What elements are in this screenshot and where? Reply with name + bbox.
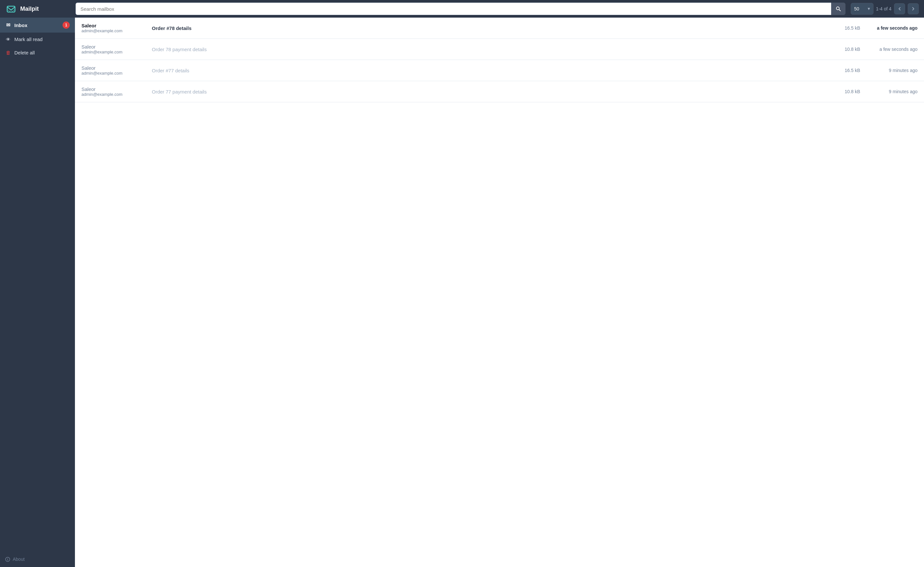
email-row[interactable]: Saleor admin@example.com Order 78 paymen…: [75, 39, 924, 60]
subject: Order #77 details: [152, 68, 189, 74]
sidebar-item-delete-all-label: Delete all: [14, 50, 35, 56]
email-row[interactable]: Saleor admin@example.com Order 77 paymen…: [75, 81, 924, 102]
next-page-button[interactable]: [908, 3, 919, 14]
sidebar-item-delete-all[interactable]: 🗑 Delete all: [0, 46, 75, 59]
search-icon: [836, 6, 841, 11]
chevron-right-icon: [911, 7, 915, 11]
subject-col: Order #77 details: [152, 68, 822, 74]
subject-col: Order 78 payment details: [152, 46, 822, 52]
sender-email: admin@example.com: [81, 28, 147, 33]
logo-area: Mailpit: [5, 3, 70, 15]
info-icon: [5, 557, 10, 562]
email-time: a few seconds ago: [877, 26, 918, 31]
main-layout: ✉ Inbox 1 👁 Mark all read 🗑 Delete all A…: [0, 18, 924, 567]
about-label: About: [13, 556, 25, 562]
sidebar: ✉ Inbox 1 👁 Mark all read 🗑 Delete all A…: [0, 18, 75, 567]
app-name: Mailpit: [20, 6, 39, 12]
subject-col: Order #78 details: [152, 26, 822, 31]
inbox-icon: ✉: [5, 22, 11, 28]
time-col: a few seconds ago: [866, 26, 918, 31]
sender-name: Saleor: [81, 23, 147, 28]
sidebar-item-inbox[interactable]: ✉ Inbox 1: [0, 18, 75, 33]
search-button[interactable]: [831, 3, 846, 15]
email-size: 10.8 kB: [845, 46, 860, 52]
pagination-info: 1-4 of 4: [876, 6, 891, 11]
email-row[interactable]: Saleor admin@example.com Order #78 detai…: [75, 18, 924, 39]
sender-email: admin@example.com: [81, 92, 147, 97]
email-time: 9 minutes ago: [889, 68, 918, 73]
size-col: 16.5 kB: [828, 26, 860, 31]
sidebar-item-inbox-label: Inbox: [14, 22, 27, 28]
inbox-badge: 1: [63, 21, 70, 28]
subject: Order #78 details: [152, 26, 192, 31]
sidebar-item-mark-all-read[interactable]: 👁 Mark all read: [0, 33, 75, 46]
sidebar-item-mark-all-read-label: Mark all read: [14, 36, 43, 42]
app-header: Mailpit 10 25 50 100 ▼ 1-4 of 4: [0, 0, 924, 18]
sender-col: Saleor admin@example.com: [81, 65, 147, 76]
sidebar-footer: About: [0, 551, 75, 567]
time-col: 9 minutes ago: [866, 68, 918, 73]
sender-email: admin@example.com: [81, 71, 147, 76]
per-page-wrapper: 10 25 50 100 ▼: [851, 3, 873, 15]
prev-page-button[interactable]: [894, 3, 905, 14]
subject: Order 77 payment details: [152, 89, 207, 94]
size-col: 10.8 kB: [828, 46, 860, 52]
search-area: [76, 3, 846, 15]
sender-name: Saleor: [81, 65, 147, 71]
about-link[interactable]: About: [5, 556, 70, 562]
svg-point-6: [8, 558, 8, 558]
email-time: 9 minutes ago: [889, 89, 918, 94]
chevron-left-icon: [898, 7, 902, 11]
email-row[interactable]: Saleor admin@example.com Order #77 detai…: [75, 60, 924, 81]
sender-col: Saleor admin@example.com: [81, 23, 147, 33]
subject: Order 78 payment details: [152, 46, 207, 52]
size-col: 10.8 kB: [828, 89, 860, 94]
email-time: a few seconds ago: [879, 46, 918, 52]
subject-col: Order 77 payment details: [152, 89, 822, 94]
header-right: 10 25 50 100 ▼ 1-4 of 4: [851, 3, 919, 15]
time-col: 9 minutes ago: [866, 89, 918, 94]
sender-name: Saleor: [81, 44, 147, 50]
sender-email: admin@example.com: [81, 50, 147, 54]
eye-icon: 👁: [5, 37, 11, 42]
email-size: 16.5 kB: [845, 68, 860, 73]
mailpit-logo-icon: [5, 3, 17, 15]
search-input[interactable]: [76, 3, 831, 15]
sender-col: Saleor admin@example.com: [81, 86, 147, 97]
email-size: 10.8 kB: [845, 89, 860, 94]
email-size: 16.5 kB: [845, 26, 860, 31]
size-col: 16.5 kB: [828, 68, 860, 73]
sender-col: Saleor admin@example.com: [81, 44, 147, 54]
trash-icon: 🗑: [5, 50, 11, 56]
email-list: Saleor admin@example.com Order #78 detai…: [75, 18, 924, 567]
svg-line-3: [839, 10, 840, 11]
svg-point-2: [836, 7, 839, 10]
sender-name: Saleor: [81, 86, 147, 92]
time-col: a few seconds ago: [866, 46, 918, 52]
per-page-select[interactable]: 10 25 50 100: [851, 3, 873, 15]
